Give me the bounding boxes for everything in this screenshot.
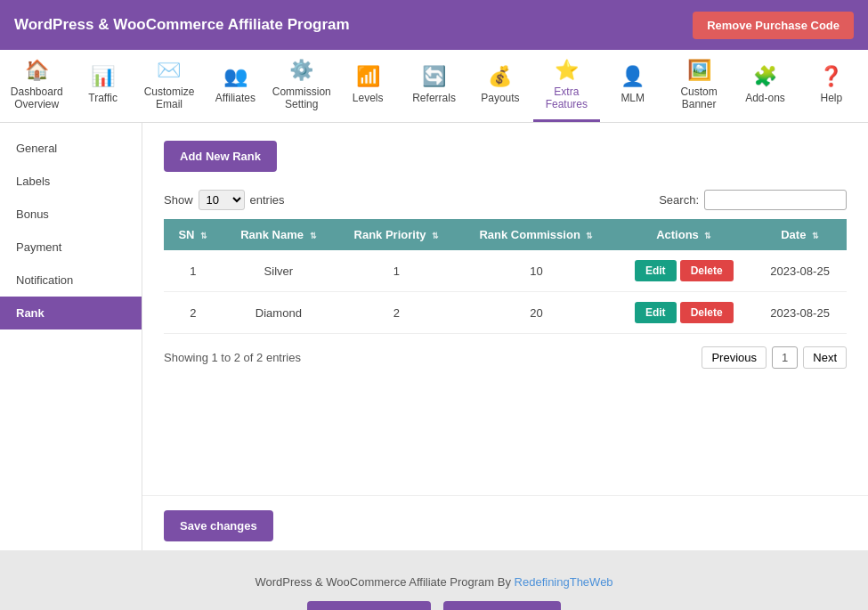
sidebar-item-labels[interactable]: Labels [0,165,142,198]
nav-tabs: 🏠Dashboard Overview📊Traffic✉️Customize E… [0,50,868,123]
entries-label: entries [250,193,285,207]
nav-tab-label-affiliates: Affiliates [215,92,256,104]
cell-sn-0: 1 [164,250,223,292]
sidebar-item-notification[interactable]: Notification [0,264,142,297]
sort-icon-sn: ⇅ [200,232,207,240]
sort-icon-rank-priority: ⇅ [432,232,439,240]
sidebar-item-payment[interactable]: Payment [0,231,142,264]
previous-button[interactable]: Previous [702,346,767,369]
save-section: Save changes [142,495,868,550]
nav-tab-payouts[interactable]: 💰Payouts [467,50,533,122]
search-box: Search: [659,190,847,210]
rating-button[interactable]: 5-Stars Rating [443,601,561,610]
sidebar-item-rank[interactable]: Rank [0,297,142,329]
th-rank-name[interactable]: Rank Name ⇅ [223,219,336,250]
nav-tab-mlm[interactable]: 👤MLM [600,50,666,122]
nav-tab-customize-email[interactable]: ✉️Customize Email [136,50,202,122]
nav-tab-label-dashboard-overview: Dashboard Overview [11,85,63,110]
sort-icon-actions: ⇅ [704,232,711,240]
nav-tab-traffic[interactable]: 📊Traffic [69,50,135,122]
table-body: 1Silver110EditDelete2023-08-252Diamond22… [164,250,847,334]
sidebar-item-bonus[interactable]: Bonus [0,198,142,231]
entries-select[interactable]: 102550100 [199,190,245,210]
extra-features-icon: ⭐ [555,59,579,82]
th-rank-commission[interactable]: Rank Commission ⇅ [458,219,614,250]
mlm-icon: 👤 [621,65,645,88]
th-actions[interactable]: Actions ⇅ [614,219,753,250]
nav-tab-label-help: Help [821,92,843,104]
nav-tab-affiliates[interactable]: 👥Affiliates [202,50,268,122]
footer-label: WordPress & WooCommerce Affiliate Progra… [255,575,514,589]
dashboard-overview-icon: 🏠 [25,59,49,82]
nav-tab-extra-features[interactable]: ⭐Extra Features [533,50,599,122]
main-layout: GeneralLabelsBonusPaymentNotificationRan… [0,123,868,550]
delete-button-0[interactable]: Delete [680,260,734,281]
nav-tab-commission-setting[interactable]: ⚙️Commission Setting [269,50,335,122]
cell-name-0: Silver [223,250,336,292]
nav-tab-label-payouts: Payouts [481,92,519,104]
documentation-button[interactable]: Documentation [307,601,431,610]
commission-setting-icon: ⚙️ [289,59,313,82]
referrals-icon: 🔄 [422,65,446,88]
remove-purchase-button[interactable]: Remove Purchase Code [693,12,854,39]
actions-cell-0: EditDelete [625,260,742,281]
th-date[interactable]: Date ⇅ [753,219,847,250]
delete-button-1[interactable]: Delete [680,302,734,323]
edit-button-1[interactable]: Edit [635,302,677,323]
app-title: WordPress & WooCommerce Affiliate Progra… [14,16,350,34]
nav-tab-label-traffic: Traffic [88,92,118,104]
sidebar-item-general[interactable]: General [0,132,142,165]
th-sn[interactable]: SN ⇅ [164,219,223,250]
show-entries: Show 102550100 entries [164,190,285,210]
custom-banner-icon: 🖼️ [687,59,711,82]
cell-priority-1: 2 [335,292,458,334]
cell-date-1: 2023-08-25 [753,292,847,334]
footer: WordPress & WooCommerce Affiliate Progra… [0,550,868,610]
add-ons-icon: 🧩 [753,65,777,88]
save-changes-button[interactable]: Save changes [164,510,273,541]
nav-tab-help[interactable]: ❓Help [799,50,864,122]
table-header-row: SN ⇅Rank Name ⇅Rank Priority ⇅Rank Commi… [164,219,847,250]
footer-text: WordPress & WooCommerce Affiliate Progra… [14,575,854,589]
sidebar: GeneralLabelsBonusPaymentNotificationRan… [0,123,142,550]
th-rank-priority[interactable]: Rank Priority ⇅ [335,219,458,250]
nav-tab-add-ons[interactable]: 🧩Add-ons [732,50,798,122]
table-row: 2Diamond220EditDelete2023-08-25 [164,292,847,334]
sort-icon-date: ⇅ [812,232,819,240]
showing-text: Showing 1 to 2 of 2 entries [164,351,301,364]
nav-tab-label-referrals: Referrals [412,92,456,104]
customize-email-icon: ✉️ [157,59,181,82]
nav-tab-label-customize-email: Customize Email [144,85,195,110]
rank-table: SN ⇅Rank Name ⇅Rank Priority ⇅Rank Commi… [164,219,847,334]
nav-tab-dashboard-overview[interactable]: 🏠Dashboard Overview [4,50,69,122]
table-head: SN ⇅Rank Name ⇅Rank Priority ⇅Rank Commi… [164,219,847,250]
content-area: Add New Rank Show 102550100 entries Sear… [142,123,868,495]
add-new-rank-button[interactable]: Add New Rank [164,141,277,172]
next-button[interactable]: Next [803,346,847,369]
footer-link[interactable]: RedefiningTheWeb [515,575,613,589]
cell-commission-1: 20 [458,292,614,334]
cell-actions-0: EditDelete [614,250,753,292]
table-controls: Show 102550100 entries Search: [164,190,847,210]
nav-tab-referrals[interactable]: 🔄Referrals [401,50,466,122]
sort-icon-rank-name: ⇅ [310,232,317,240]
nav-tab-label-custom-banner: Custom Banner [678,85,719,110]
search-label: Search: [659,193,699,207]
cell-name-1: Diamond [223,292,336,334]
footer-buttons: Documentation 5-Stars Rating [14,601,854,610]
nav-tab-label-commission-setting: Commission Setting [272,85,331,110]
nav-tab-label-levels: Levels [353,92,384,104]
show-label: Show [164,193,193,207]
edit-button-0[interactable]: Edit [635,260,677,281]
table-footer: Showing 1 to 2 of 2 entries Previous 1 N… [164,346,847,369]
nav-tab-levels[interactable]: 📶Levels [335,50,401,122]
traffic-icon: 📊 [91,65,115,88]
nav-tab-custom-banner[interactable]: 🖼️Custom Banner [666,50,732,122]
cell-sn-1: 2 [164,292,223,334]
affiliates-icon: 👥 [223,65,247,88]
cell-date-0: 2023-08-25 [753,250,847,292]
levels-icon: 📶 [356,65,380,88]
search-input[interactable] [704,190,847,210]
pagination: Previous 1 Next [702,346,847,369]
nav-tab-label-mlm: MLM [621,92,645,104]
